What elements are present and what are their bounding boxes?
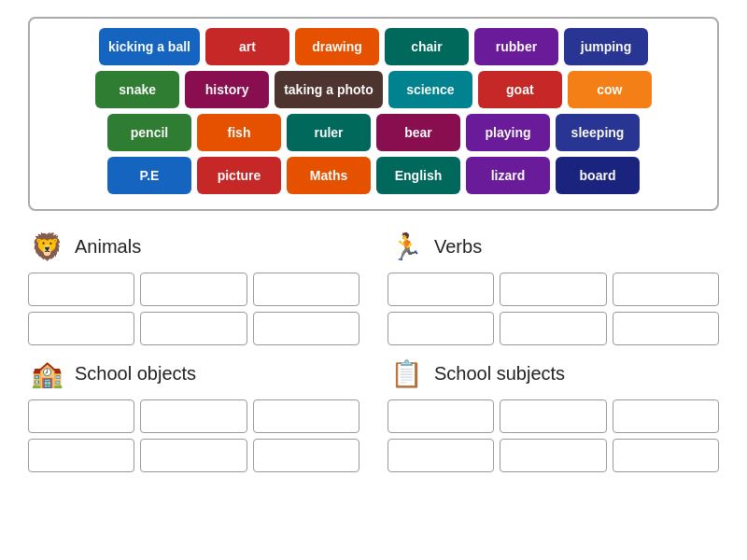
- tile-playing[interactable]: playing: [466, 114, 550, 151]
- tile-p.e[interactable]: P.E: [107, 157, 191, 194]
- verbs-title: Verbs: [434, 236, 482, 258]
- tile-cow[interactable]: cow: [568, 71, 652, 108]
- school-subjects-icon: 📋: [388, 355, 425, 392]
- tile-kicking-a-ball[interactable]: kicking a ball: [99, 28, 200, 65]
- drop-box[interactable]: [253, 399, 359, 433]
- verbs-drop-grid: [388, 273, 719, 345]
- drop-box[interactable]: [613, 312, 719, 345]
- tile-rubber[interactable]: rubber: [474, 28, 558, 65]
- category-header-school-subjects: 📋 School subjects: [388, 355, 719, 392]
- school-objects-title: School objects: [75, 363, 196, 385]
- school-subjects-title: School subjects: [434, 363, 565, 385]
- tile-pencil[interactable]: pencil: [107, 114, 191, 151]
- tile-board[interactable]: board: [556, 157, 640, 194]
- tile-row-2: pencilfishrulerbearplayingsleeping: [37, 114, 710, 151]
- tile-jumping[interactable]: jumping: [564, 28, 648, 65]
- tile-chair[interactable]: chair: [385, 28, 469, 65]
- drop-box[interactable]: [388, 312, 494, 345]
- tile-row-0: kicking a ballartdrawingchairrubberjumpi…: [37, 28, 710, 65]
- verbs-icon: 🏃: [388, 228, 425, 265]
- drop-box[interactable]: [388, 399, 494, 433]
- school-objects-icon: 🏫: [28, 355, 65, 392]
- category-verbs: 🏃 Verbs: [388, 228, 719, 345]
- drop-box[interactable]: [500, 439, 606, 472]
- tile-ruler[interactable]: ruler: [287, 114, 371, 151]
- drop-box[interactable]: [388, 439, 494, 472]
- category-header-school-objects: 🏫 School objects: [28, 355, 359, 392]
- tile-bear[interactable]: bear: [376, 114, 460, 151]
- drop-box[interactable]: [140, 312, 247, 345]
- tile-history[interactable]: history: [185, 71, 269, 108]
- tile-goat[interactable]: goat: [478, 71, 562, 108]
- tile-picture[interactable]: picture: [197, 157, 281, 194]
- category-school-objects: 🏫 School objects: [28, 355, 359, 472]
- drop-box[interactable]: [253, 273, 359, 306]
- tile-sleeping[interactable]: sleeping: [556, 114, 640, 151]
- category-school-subjects: 📋 School subjects: [388, 355, 719, 472]
- drop-box[interactable]: [28, 273, 134, 306]
- tile-maths[interactable]: Maths: [287, 157, 371, 194]
- animals-drop-grid: [28, 273, 359, 345]
- tile-drawing[interactable]: drawing: [295, 28, 379, 65]
- drop-box[interactable]: [140, 439, 247, 472]
- drop-box[interactable]: [28, 439, 134, 472]
- drop-box[interactable]: [28, 399, 134, 433]
- tile-row-1: snakehistorytaking a photosciencegoatcow: [37, 71, 710, 108]
- drop-box[interactable]: [253, 439, 359, 472]
- drop-box[interactable]: [613, 273, 719, 306]
- category-header-animals: 🦁 Animals: [28, 228, 359, 265]
- drop-box[interactable]: [388, 273, 494, 306]
- drop-box[interactable]: [28, 312, 134, 345]
- drop-box[interactable]: [500, 399, 606, 433]
- categories-grid: 🦁 Animals 🏃 Verbs 🏫 School ob: [28, 228, 719, 472]
- drop-box[interactable]: [500, 312, 606, 345]
- tile-row-3: P.EpictureMathsEnglishlizardboard: [37, 157, 710, 194]
- animals-title: Animals: [75, 236, 141, 258]
- drop-box[interactable]: [140, 399, 247, 433]
- drop-box[interactable]: [613, 399, 719, 433]
- tile-snake[interactable]: snake: [95, 71, 179, 108]
- animals-icon: 🦁: [28, 228, 65, 265]
- tile-art[interactable]: art: [205, 28, 289, 65]
- tile-lizard[interactable]: lizard: [466, 157, 550, 194]
- category-header-verbs: 🏃 Verbs: [388, 228, 719, 265]
- school-objects-drop-grid: [28, 399, 359, 472]
- tile-fish[interactable]: fish: [197, 114, 281, 151]
- drop-box[interactable]: [500, 273, 606, 306]
- tile-english[interactable]: English: [376, 157, 460, 194]
- tile-science[interactable]: science: [388, 71, 472, 108]
- drop-box[interactable]: [140, 273, 247, 306]
- tile-taking-a-photo[interactable]: taking a photo: [275, 71, 383, 108]
- drop-box[interactable]: [253, 312, 359, 345]
- category-animals: 🦁 Animals: [28, 228, 359, 345]
- drop-box[interactable]: [613, 439, 719, 472]
- school-subjects-drop-grid: [388, 399, 719, 472]
- tiles-container: kicking a ballartdrawingchairrubberjumpi…: [28, 17, 719, 211]
